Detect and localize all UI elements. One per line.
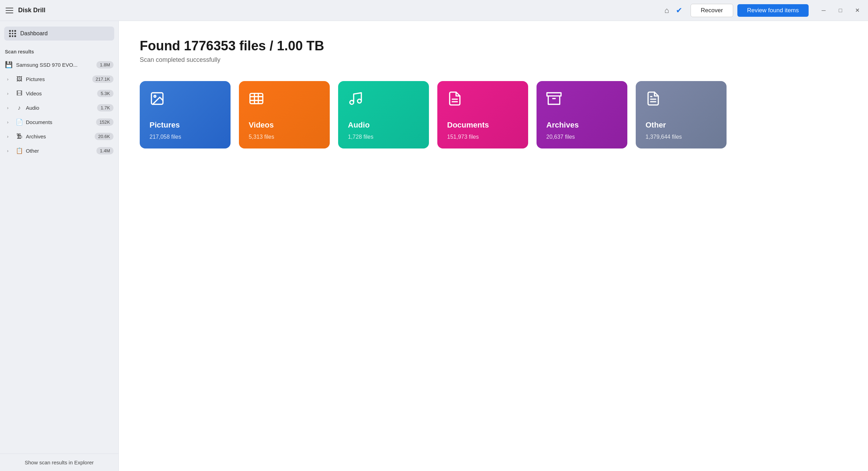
title-bar-left: Disk Drill (6, 7, 656, 14)
chevron-right-icon: › (7, 105, 13, 110)
videos-card-name: Videos (249, 121, 320, 130)
device-name: Samsung SSD 970 EVO... (16, 62, 93, 68)
other-icon: 📋 (15, 147, 23, 154)
maximize-button[interactable]: □ (835, 5, 846, 16)
svg-point-1 (154, 95, 156, 97)
category-card-videos[interactable]: Videos 5,313 files (239, 81, 330, 148)
window-controls: ─ □ ✕ (818, 5, 862, 16)
chevron-right-icon: › (7, 77, 13, 82)
category-cards-row: Pictures 217,058 files Videos 5,313 file… (140, 81, 847, 148)
sidebar: Dashboard Scan results 💾 Samsung SSD 970… (0, 21, 119, 471)
documents-label: Documents (26, 119, 93, 125)
documents-card-icon (447, 91, 518, 109)
category-card-pictures[interactable]: Pictures 217,058 files (140, 81, 231, 148)
other-card-name: Other (645, 121, 717, 130)
category-card-audio[interactable]: Audio 1,728 files (338, 81, 429, 148)
archives-card-name: Archives (546, 121, 618, 130)
audio-card-name: Audio (348, 121, 419, 130)
svg-point-7 (350, 101, 354, 104)
chevron-right-icon: › (7, 134, 13, 139)
sidebar-device-item[interactable]: 💾 Samsung SSD 970 EVO... 1.8M (0, 57, 118, 72)
sidebar-footer: Show scan results in Explorer (0, 454, 118, 471)
other-card-icon (645, 91, 717, 109)
sidebar-item-documents[interactable]: › 📄 Documents 152K (0, 115, 118, 129)
sidebar-nav: Dashboard (0, 21, 118, 43)
videos-icon: 🎞 (15, 90, 23, 97)
videos-badge: 5.3K (97, 90, 114, 97)
checkmark-icon[interactable]: ✔ (676, 6, 682, 15)
documents-card-name: Documents (447, 121, 518, 130)
scan-results-section-label: Scan results (0, 43, 118, 57)
videos-card-count: 5,313 files (249, 134, 320, 140)
found-files-title: Found 1776353 files / 1.00 TB (140, 38, 847, 53)
archives-card-count: 20,637 files (546, 134, 618, 140)
sidebar-item-videos[interactable]: › 🎞 Videos 5.3K (0, 86, 118, 101)
pictures-icon: 🖼 (15, 76, 23, 83)
pictures-badge: 217.1K (92, 75, 114, 83)
svg-rect-11 (547, 93, 561, 96)
documents-card-count: 151,973 files (447, 134, 518, 140)
audio-badge: 1.7K (97, 104, 114, 111)
sidebar-item-other[interactable]: › 📋 Other 1.4M (0, 144, 118, 158)
device-badge: 1.8M (96, 61, 114, 68)
sidebar-item-archives[interactable]: › 🗜 Archives 20.6K (0, 129, 118, 144)
scan-status-text: Scan completed successfully (140, 56, 847, 64)
other-badge: 1.4M (96, 147, 114, 154)
documents-badge: 152K (96, 118, 114, 126)
other-card-count: 1,379,644 files (645, 134, 717, 140)
documents-icon: 📄 (15, 118, 23, 126)
category-card-documents[interactable]: Documents 151,973 files (437, 81, 528, 148)
sidebar-item-pictures[interactable]: › 🖼 Pictures 217.1K (0, 72, 118, 86)
review-found-items-button[interactable]: Review found items (737, 4, 809, 17)
pictures-card-icon (149, 91, 221, 109)
chevron-right-icon: › (7, 119, 13, 125)
svg-rect-2 (250, 93, 263, 103)
audio-card-count: 1,728 files (348, 134, 419, 140)
category-card-archives[interactable]: Archives 20,637 files (537, 81, 627, 148)
app-title: Disk Drill (18, 7, 45, 14)
show-in-explorer-link[interactable]: Show scan results in Explorer (5, 459, 114, 465)
videos-card-icon (249, 91, 320, 109)
audio-icon: ♪ (15, 104, 23, 111)
dashboard-label: Dashboard (20, 30, 48, 37)
videos-label: Videos (26, 90, 94, 96)
dashboard-grid-icon (9, 30, 16, 37)
drive-icon: 💾 (5, 61, 13, 68)
topbar-nav: ⌂ ✔ (656, 6, 691, 15)
main-content: Found 1776353 files / 1.00 TB Scan compl… (119, 21, 868, 471)
category-card-other[interactable]: Other 1,379,644 files (636, 81, 727, 148)
pictures-label: Pictures (26, 76, 89, 82)
sidebar-items: 💾 Samsung SSD 970 EVO... 1.8M › 🖼 Pictur… (0, 57, 118, 454)
sidebar-item-audio[interactable]: › ♪ Audio 1.7K (0, 101, 118, 115)
other-label: Other (26, 148, 94, 154)
archives-card-icon (546, 91, 618, 109)
close-button[interactable]: ✕ (852, 5, 862, 16)
hamburger-menu-icon[interactable] (6, 8, 13, 13)
minimize-button[interactable]: ─ (818, 5, 829, 16)
chevron-right-icon: › (7, 148, 13, 153)
pictures-card-count: 217,058 files (149, 134, 221, 140)
audio-label: Audio (26, 105, 94, 111)
archives-badge: 20.6K (95, 133, 114, 140)
audio-card-icon (348, 91, 419, 109)
recover-button[interactable]: Recover (691, 4, 733, 17)
pictures-card-name: Pictures (149, 121, 221, 130)
title-bar-right: Recover Review found items ─ □ ✕ (691, 4, 862, 17)
archives-label: Archives (26, 133, 92, 139)
title-bar: Disk Drill ⌂ ✔ Recover Review found item… (0, 0, 868, 21)
chevron-right-icon: › (7, 91, 13, 96)
home-icon[interactable]: ⌂ (664, 6, 669, 15)
archives-icon: 🗜 (15, 133, 23, 140)
app-body: Dashboard Scan results 💾 Samsung SSD 970… (0, 21, 868, 471)
sidebar-item-dashboard[interactable]: Dashboard (4, 27, 114, 41)
